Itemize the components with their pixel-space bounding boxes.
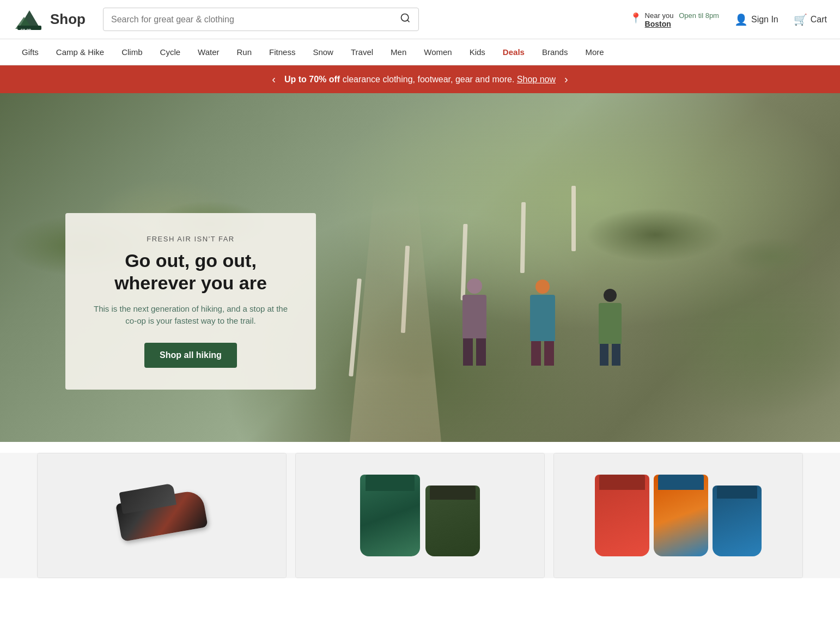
svg-text:co-op: co-op [21,28,31,32]
store-near-you-hours: Near you Open til 8pm [645,11,719,20]
hiker-3-body [599,303,622,344]
product-card-colorful-jackets-image [554,453,802,578]
nav-item-men[interactable]: Men [382,39,415,65]
jacket-green-2 [425,486,480,556]
banner-bold-text: Up to 70% off [284,75,340,84]
hiker-3-leg-left [600,344,608,366]
hiker-3 [599,289,622,366]
svg-line-6 [407,20,410,22]
cart-label: Cart [811,15,827,25]
svg-point-5 [401,14,409,21]
nav-item-snow[interactable]: Snow [304,39,342,65]
jacket-blue [713,486,762,556]
product-card-green-jackets[interactable] [295,453,545,578]
store-text-block: Near you Open til 8pm Boston [645,11,719,28]
nav-item-brands[interactable]: Brands [533,39,577,65]
hiker-2-leg-right [544,341,554,366]
hiker-1-legs [463,338,486,366]
product-row [0,453,840,578]
hero-headline: Go out, go out, wherever you are [89,250,292,294]
nav-item-climb[interactable]: Climb [113,39,151,65]
jacket-orange-blue [654,475,708,556]
store-info: 📍 Near you Open til 8pm Boston [630,11,719,28]
nav-item-gifts[interactable]: Gifts [13,39,47,65]
product-card-green-jackets-image [296,453,544,578]
user-icon: 👤 [734,13,748,26]
sign-in-label: Sign In [751,15,778,25]
site-header: co-op Shop 📍 Near you Open til 8pm Bosto… [0,0,840,39]
nav-item-fitness[interactable]: Fitness [260,39,304,65]
jacket-blue-collar [717,486,757,499]
hiker-2-leg-left [531,341,541,366]
nav-item-kids[interactable]: Kids [461,39,494,65]
nav-item-water[interactable]: Water [189,39,228,65]
hiker-1-head [467,278,482,294]
shoe-visual-container [102,466,222,565]
product-card-shoes-image [38,453,286,578]
location-pin-icon: 📍 [630,12,642,24]
sign-in-button[interactable]: 👤 Sign In [734,13,778,26]
nav-item-travel[interactable]: Travel [342,39,382,65]
hiker-1-body [462,295,486,338]
hero-card: FRESH AIR ISN'T FAR Go out, go out, wher… [65,213,316,390]
banner-shop-now-link[interactable]: Shop now [517,75,556,84]
promo-banner: ‹ Up to 70% off clearance clothing, foot… [0,65,840,93]
shop-all-hiking-button[interactable]: Shop all hiking [144,343,237,368]
hiker-2-legs [531,341,554,366]
jacket-green-1 [360,475,420,556]
hiker-2-head [535,280,550,294]
hiker-2-body [530,295,555,341]
hiker-3-head [604,289,617,302]
search-icon [400,13,411,23]
hero-section: FRESH AIR ISN'T FAR Go out, go out, wher… [0,93,840,442]
jacket-collar-1 [366,475,415,491]
store-hours: Open til 8pm [679,11,719,20]
shop-label: Shop [50,11,86,28]
header-right: 📍 Near you Open til 8pm Boston 👤 Sign In… [630,11,827,28]
boot-shape [115,489,208,542]
hiker-2 [530,280,555,366]
jacket-collar-2 [430,486,476,500]
main-nav: Gifts Camp & Hike Climb Cycle Water Run … [0,39,840,65]
search-button[interactable] [400,13,411,26]
logo-area[interactable]: co-op Shop [13,6,86,33]
boot-upper [119,483,176,514]
hiker-1-leg-right [476,338,486,366]
hiker-3-legs [600,344,620,366]
hero-eyebrow: FRESH AIR ISN'T FAR [89,235,292,243]
cart-button[interactable]: 🛒 Cart [794,13,827,26]
product-card-shoes[interactable] [37,453,287,578]
nav-item-more[interactable]: More [576,39,612,65]
nav-item-run[interactable]: Run [228,39,261,65]
hiker-1 [462,278,486,366]
nav-item-women[interactable]: Women [415,39,460,65]
banner-next-button[interactable]: › [564,73,568,86]
search-input[interactable] [111,15,400,25]
jacket-orange-collar [658,475,704,490]
near-you-label: Near you [645,11,674,20]
jacket-red [595,475,649,556]
hiker-3-leg-right [612,344,620,366]
cart-icon: 🛒 [794,13,807,26]
hero-subtext: This is the next generation of hiking, a… [89,303,292,327]
search-bar [103,8,419,31]
nav-item-deals[interactable]: Deals [494,39,533,65]
nav-item-camp-hike[interactable]: Camp & Hike [47,39,113,65]
colorful-jackets-visual [584,464,772,567]
banner-regular-text: clearance clothing, footwear, gear and m… [343,75,515,84]
jacket-red-collar [599,475,645,490]
green-jackets-visual [349,464,491,567]
rei-logo-icon: co-op [13,6,46,33]
hiker-group [462,278,622,366]
banner-prev-button[interactable]: ‹ [272,73,276,86]
nav-item-cycle[interactable]: Cycle [151,39,190,65]
store-city-link[interactable]: Boston [645,20,719,28]
hiker-1-leg-left [463,338,473,366]
banner-text: Up to 70% off clearance clothing, footwe… [284,75,556,84]
product-card-colorful-jackets[interactable] [553,453,803,578]
